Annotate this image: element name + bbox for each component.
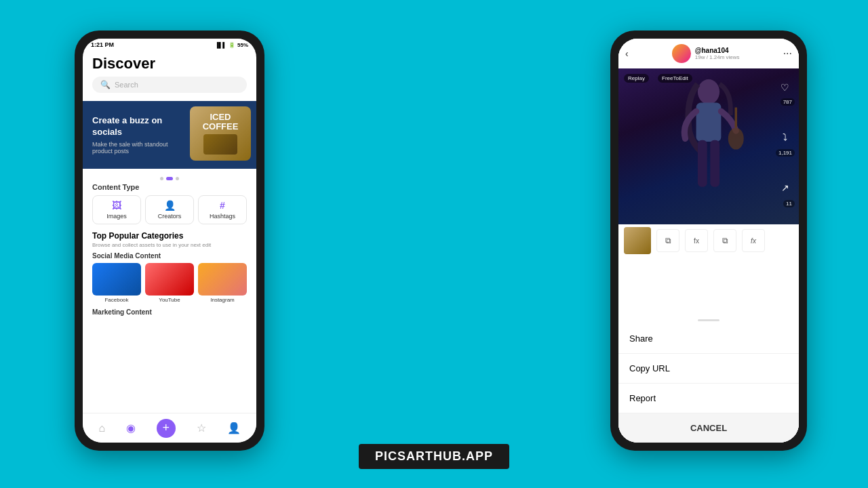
time-left: 1:21 PM — [91, 41, 114, 48]
facebook-thumb — [92, 263, 141, 296]
share-count: 11 — [783, 200, 795, 207]
edit-thumbnail[interactable] — [624, 227, 651, 254]
svg-point-0 — [698, 79, 719, 104]
svg-rect-2 — [698, 140, 707, 187]
user-info: @hana104 19w / 1.24m views — [672, 44, 740, 63]
images-label: Images — [106, 213, 127, 220]
paste-icon[interactable]: ⧉ — [713, 229, 736, 252]
search-placeholder: Search — [115, 81, 138, 89]
banner-image: ICEDCOFFEE — [190, 106, 251, 161]
nav-activity[interactable]: ☆ — [197, 422, 206, 434]
facebook-label: Facebook — [104, 297, 128, 303]
banner-image-text: ICEDCOFFEE — [203, 113, 239, 132]
sheet-handle — [698, 319, 719, 321]
marketing-label: Marketing Content — [92, 308, 247, 316]
popular-title: Top Popular Categories — [92, 231, 247, 241]
nav-home[interactable]: ⌂ — [98, 422, 105, 434]
content-type-hashtags[interactable]: # Hashtags — [198, 195, 247, 224]
hashtags-icon: # — [220, 200, 225, 211]
banner-headline: Create a buzz on socials — [92, 115, 180, 138]
creators-label: Creators — [158, 213, 182, 220]
social-label: Social Media Content — [92, 252, 247, 260]
dot-3 — [176, 177, 179, 180]
youtube-thumb — [145, 263, 194, 296]
social-item-youtube[interactable]: YouTube — [145, 263, 194, 303]
svg-point-4 — [728, 127, 744, 149]
like-count: 787 — [781, 98, 795, 106]
creators-icon: 👤 — [164, 200, 176, 211]
content-type-images[interactable]: 🖼 Images — [92, 195, 141, 224]
figure-illustration — [618, 68, 799, 224]
content-type-grid: 🖼 Images 👤 Creators # Hashtags — [92, 195, 247, 224]
content-type-label: Content Type — [92, 183, 247, 191]
replay-tag: Replay — [624, 74, 649, 83]
svg-rect-1 — [696, 103, 722, 142]
back-button[interactable]: ‹ — [625, 48, 629, 59]
search-icon: 🔍 — [100, 80, 111, 89]
like-icon[interactable]: ♡ — [776, 82, 795, 93]
nav-discover[interactable]: ◉ — [126, 422, 136, 434]
picsart-topbar: ‹ @hana104 19w / 1.24m views ··· — [618, 39, 799, 68]
social-grid: Facebook YouTube Instagram — [92, 263, 247, 303]
banner-subtext: Make the sale with standout product post… — [92, 141, 180, 155]
fx2-icon[interactable]: fx — [742, 229, 765, 252]
dot-1 — [160, 177, 163, 180]
user-meta: 19w / 1.24m views — [695, 54, 740, 60]
battery-pct: 55% — [237, 42, 248, 48]
right-actions: ♡ 787 ⤵ 1,191 ↗ 11 — [776, 82, 795, 207]
nav-profile[interactable]: 👤 — [227, 422, 241, 434]
marketing-section: Marketing Content — [83, 308, 256, 316]
right-phone-screen: ‹ @hana104 19w / 1.24m views ··· Replay … — [618, 39, 799, 443]
share-option[interactable]: Share — [618, 324, 799, 354]
banner-dots — [83, 174, 256, 183]
social-item-instagram[interactable]: Instagram — [198, 263, 247, 303]
avatar — [672, 44, 691, 63]
content-type-creators[interactable]: 👤 Creators — [145, 195, 194, 224]
fx-icon[interactable]: fx — [685, 229, 708, 252]
hashtags-label: Hashtags — [210, 213, 235, 220]
comment-count: 1,191 — [776, 149, 795, 157]
instagram-thumb — [198, 263, 247, 296]
battery-icon: 🔋 — [229, 42, 235, 48]
right-phone: ‹ @hana104 19w / 1.24m views ··· Replay … — [610, 30, 807, 451]
brand-label: PICSARTHUB.APP — [359, 444, 509, 469]
share-icon[interactable]: ↗ — [776, 182, 795, 193]
more-button[interactable]: ··· — [783, 47, 792, 60]
content-type-section: Content Type 🖼 Images 👤 Creators # Hasht… — [83, 183, 256, 224]
youtube-label: YouTube — [159, 297, 180, 303]
username: @hana104 — [695, 47, 740, 54]
banner[interactable]: Create a buzz on socials Make the sale w… — [83, 101, 256, 169]
instagram-label: Instagram — [210, 297, 235, 303]
post-image: Replay FreeToEdit — [618, 68, 799, 224]
discover-header: Discover 🔍 Search — [83, 51, 256, 101]
copy-icon[interactable]: ⧉ — [656, 229, 679, 252]
report-option[interactable]: Report — [618, 384, 799, 413]
copy-url-option[interactable]: Copy URL — [618, 354, 799, 384]
status-bar-left: 1:21 PM ▐▌▌ 🔋 55% — [83, 39, 256, 51]
search-bar[interactable]: 🔍 Search — [92, 77, 247, 93]
bottom-nav: ⌂ ◉ + ☆ 👤 — [83, 413, 256, 443]
comment-icon[interactable]: ⤵ — [776, 131, 795, 142]
left-phone: 1:21 PM ▐▌▌ 🔋 55% Discover 🔍 Search Crea… — [75, 30, 264, 451]
bottom-sheet: Share Copy URL Report CANCEL — [618, 315, 799, 443]
action-bar: ⧉ fx ⧉ fx — [618, 224, 799, 257]
popular-section: Top Popular Categories Browse and collec… — [83, 231, 256, 303]
cancel-button[interactable]: CANCEL — [618, 413, 799, 443]
dot-2 — [166, 177, 173, 180]
svg-rect-3 — [710, 140, 719, 187]
free-edit-tag: FreeToEdit — [658, 74, 692, 83]
images-icon: 🖼 — [112, 200, 121, 211]
signal-icon: ▐▌▌ — [215, 42, 226, 48]
nav-add-button[interactable]: + — [157, 419, 176, 438]
social-item-facebook[interactable]: Facebook — [92, 263, 141, 303]
left-phone-screen: 1:21 PM ▐▌▌ 🔋 55% Discover 🔍 Search Crea… — [83, 39, 256, 443]
discover-title: Discover — [92, 55, 247, 73]
popular-subtitle: Browse and collect assets to use in your… — [92, 242, 247, 248]
